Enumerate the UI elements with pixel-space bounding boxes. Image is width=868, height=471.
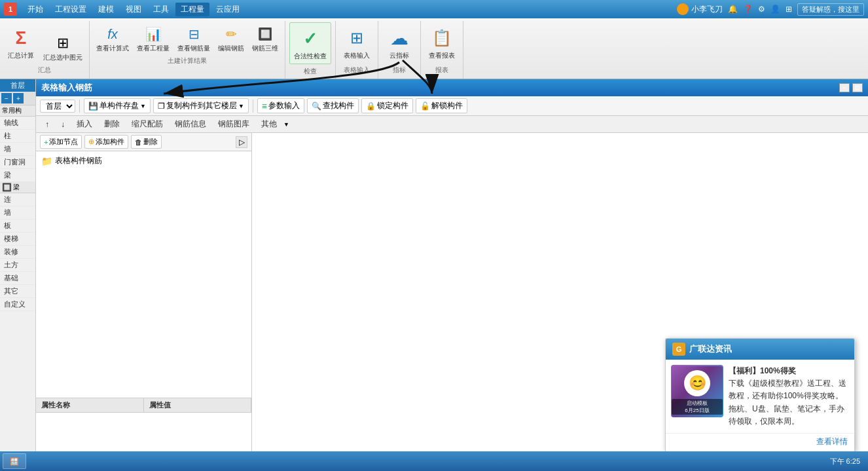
ribbon-btn-sum-calc[interactable]: Σ 汇总计算 [4, 22, 38, 63]
sidebar-item-wall2[interactable]: 墙 [0, 206, 35, 219]
ribbon-btn-view-rebar[interactable]: ⊟ 查看钢筋量 [175, 22, 213, 54]
sub-btn-insert[interactable]: 插入 [71, 117, 98, 131]
ribbon-group-huizong: Σ 汇总计算 ⊞ 汇总选中图元 汇总 [0, 21, 90, 79]
copy-part-btn[interactable]: ❐ 复制构件到其它楼层 ▼ [153, 98, 249, 113]
menu-tools[interactable]: 工具 [148, 3, 174, 16]
popup-header-title: 广联达资讯 [689, 343, 732, 355]
save-icon: 💾 [88, 102, 98, 111]
help-icon[interactable]: ❓ [743, 5, 753, 14]
ribbon-btn-quantity[interactable]: 📊 查看工程量 [134, 22, 172, 54]
panel-titlebar-buttons: − ⊡ [839, 83, 863, 92]
floor-select[interactable]: 首层 [40, 100, 75, 113]
sub-btn-down[interactable]: ↓ [56, 119, 70, 130]
param-input-btn[interactable]: ≡ 参数输入 [257, 98, 304, 113]
tree-item-table-rebar[interactable]: 📁 表格构件钢筋 [39, 154, 249, 168]
settings-icon[interactable]: ⚙ [758, 5, 765, 14]
sidebar-item-beam[interactable]: 梁 [0, 169, 35, 182]
sidebar-item-axisline[interactable]: 轴线 [0, 117, 35, 130]
ribbon-btn-view-report[interactable]: 📋 查看报表 [425, 22, 459, 63]
sidebar-item-other[interactable]: 其它 [0, 285, 35, 298]
ribbon-btn-legality[interactable]: ✓ 合法性检查 [289, 22, 331, 64]
ribbon-btn-formula[interactable]: fx 查看计算式 [94, 22, 132, 54]
popup-body-text: 下载《超级模型教程》送工程、送教程，还有助你100%得奖攻略。拖杭、U盘、鼠垫、… [729, 379, 846, 426]
popup-text: 【福利】100%得奖 下载《超级模型教程》送工程、送教程，还有助你100%得奖攻… [729, 365, 849, 428]
notification-icon[interactable]: 🔔 [728, 5, 738, 14]
find-part-btn[interactable]: 🔍 查找构件 [307, 98, 359, 113]
copy-dropdown-icon[interactable]: ▼ [238, 103, 244, 109]
popup-header-icon: G [672, 343, 685, 356]
ribbon-group-report: 📋 查看报表 报表 [421, 21, 463, 79]
ribbon: Σ 汇总计算 ⊞ 汇总选中图元 汇总 fx 查看计算式 [0, 18, 868, 79]
sidebar-item-wall[interactable]: 墙 [0, 143, 35, 156]
panel-body: + 添加节点 ⊕ 添加构件 🗑 删除 ▷ [36, 133, 868, 465]
add-part-btn[interactable]: ⊕ 添加构件 [84, 135, 128, 149]
sub-btn-rebar-lib[interactable]: 钢筋图库 [213, 117, 255, 131]
window-icon[interactable]: ⊞ [786, 5, 792, 14]
popup-footer: 查看详情 [666, 433, 854, 451]
lock-icon: 🔒 [366, 102, 376, 111]
props-col-name: 属性名称 [36, 398, 144, 412]
menu-view[interactable]: 视图 [120, 3, 147, 16]
panel-titlebar: 表格输入钢筋 − ⊡ [36, 79, 868, 96]
ribbon-btn-table-input[interactable]: ⊞ 表格输入 [340, 22, 374, 63]
user-info: 小李飞刀 [677, 3, 723, 15]
lock-part-btn[interactable]: 🔒 锁定构件 [361, 98, 413, 113]
rebar-view-icon: ⊟ [189, 26, 200, 42]
ribbon-btn-sum-select[interactable]: ⊞ 汇总选中图元 [41, 31, 85, 63]
ribbon-btn-cloud-index[interactable]: ☁ 云指标 [382, 22, 416, 63]
sub-btn-scale[interactable]: 缩尺配筋 [126, 117, 168, 131]
sub-btn-up[interactable]: ↑ [40, 119, 54, 130]
sidebar-nav-plus[interactable]: + [13, 93, 24, 104]
sidebar-item-decoration[interactable]: 装修 [0, 246, 35, 259]
sidebar-section-common: 常用构 [0, 105, 35, 117]
popup-header: G 广联达资讯 [666, 339, 854, 360]
user-icon[interactable]: 👤 [770, 5, 780, 14]
sidebar-item-door-window[interactable]: 门窗洞 [0, 156, 35, 169]
sub-btn-delete[interactable]: 删除 [99, 117, 125, 131]
panel-container: 表格输入钢筋 − ⊡ 首层 💾 单构件存盘 ▼ ❐ [36, 79, 868, 465]
popup-img-caption: 启动模板 6月25日版 [672, 399, 723, 415]
check-icon: ✓ [303, 29, 317, 49]
sidebar-item-custom[interactable]: 自定义 [0, 298, 35, 311]
tree-panel: + 添加节点 ⊕ 添加构件 🗑 删除 ▷ [36, 133, 252, 465]
delete-btn[interactable]: 🗑 删除 [131, 135, 162, 149]
rebar-edit-icon: ✏ [226, 26, 237, 42]
sidebar-item-slab[interactable]: 板 [0, 219, 35, 233]
menu-build[interactable]: 建模 [93, 3, 119, 16]
sidebar-nav-minus[interactable]: − [1, 93, 12, 104]
popup-link[interactable]: 查看详情 [816, 437, 848, 446]
add-part-icon: ⊕ [88, 138, 94, 146]
ribbon-btn-rebar-3d[interactable]: 🔲 钢筋三维 [249, 22, 281, 54]
menu-start[interactable]: 开始 [22, 3, 48, 16]
menu-quantity[interactable]: 工程量 [175, 3, 209, 16]
username: 小李飞刀 [691, 4, 723, 15]
save-dropdown-icon[interactable]: ▼ [140, 103, 146, 109]
sidebar-item-connect[interactable]: 连 [0, 193, 35, 206]
tree-more-btn[interactable]: ▷ [236, 136, 247, 148]
sidebar-item-earthwork[interactable]: 土方 [0, 259, 35, 272]
sub-btn-other[interactable]: 其他 [256, 117, 282, 131]
unlock-part-btn[interactable]: 🔓 解锁构件 [416, 98, 467, 113]
save-part-btn[interactable]: 💾 单构件存盘 ▼ [84, 98, 151, 113]
delete-icon: 🗑 [135, 138, 142, 146]
cloud-icon: ☁ [390, 28, 408, 49]
panel-title: 表格输入钢筋 [41, 82, 92, 94]
panel-toolbar: 首层 💾 单构件存盘 ▼ ❐ 复制构件到其它楼层 ▼ ≡ 参数输入 [36, 96, 868, 116]
ribbon-btn-edit-rebar[interactable]: ✏ 编辑钢筋 [215, 22, 247, 54]
ribbon-group-index: ☁ 云指标 指标 [378, 21, 421, 79]
menu-project-settings[interactable]: 工程设置 [50, 3, 92, 16]
sidebar-item-column[interactable]: 柱 [0, 130, 35, 143]
ribbon-group-check: ✓ 合法性检查 检查 [285, 21, 336, 79]
taskbar-start[interactable]: 🪟 [3, 453, 26, 469]
taskbar-clock: 下午 6:25 [825, 457, 865, 466]
hint-text[interactable]: 答疑解惑，搜这里 [797, 3, 864, 16]
panel-restore-btn[interactable]: ⊡ [852, 83, 863, 92]
menu-cloud[interactable]: 云应用 [211, 3, 245, 16]
left-sidebar: 首层 − + 常用构 轴线 柱 墙 门窗洞 梁 🔲 梁 连 墙 板 楼梯 装修 … [0, 79, 36, 465]
panel-minimize-btn[interactable]: − [839, 83, 850, 92]
add-node-btn[interactable]: + 添加节点 [40, 135, 82, 149]
ribbon-group-table: ⊞ 表格输入 表格输入 [336, 21, 378, 79]
sidebar-item-foundation[interactable]: 基础 [0, 272, 35, 285]
sub-btn-rebar-info[interactable]: 钢筋信息 [170, 117, 211, 131]
sidebar-item-stair[interactable]: 楼梯 [0, 233, 35, 246]
